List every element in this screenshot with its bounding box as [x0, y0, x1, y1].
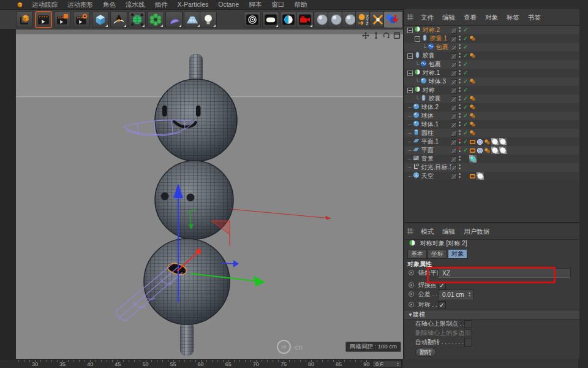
enabled-check-icon[interactable]: ✓: [463, 120, 468, 129]
maximize-view-icon[interactable]: [393, 32, 401, 39]
deformer-button[interactable]: [147, 11, 164, 28]
om-row-平面[interactable]: – 平面✓: [404, 146, 579, 155]
texture-tag-icon[interactable]: [491, 148, 499, 155]
clamp-points-checkbox[interactable]: [464, 320, 472, 328]
visibility-dots[interactable]: [459, 173, 461, 179]
enabled-check-icon[interactable]: ✓: [463, 129, 468, 137]
visibility-dots[interactable]: [459, 156, 461, 162]
compositing-tag-icon[interactable]: [469, 148, 477, 155]
layer-color-swatch[interactable]: [451, 53, 457, 59]
render-region-button[interactable]: [262, 11, 279, 28]
om-row-胶囊[interactable]: └ 胶囊✓: [404, 94, 579, 103]
enabled-check-icon[interactable]: ✓: [463, 60, 468, 69]
flip-button[interactable]: 翻转: [415, 348, 436, 357]
phong-tag-icon[interactable]: [469, 96, 477, 102]
coordinate-cube-button[interactable]: [16, 11, 33, 28]
key-radio-icon[interactable]: [409, 270, 414, 275]
enabled-check-icon[interactable]: ✓: [463, 94, 468, 103]
om-menu-书签[interactable]: 书签: [528, 9, 541, 25]
visibility-dots[interactable]: [459, 164, 461, 171]
enabled-check-icon[interactable]: ✓: [463, 26, 468, 34]
enabled-check-icon[interactable]: ✓: [463, 137, 468, 146]
expander-icon[interactable]: [407, 71, 413, 76]
enabled-check-icon[interactable]: ✓: [463, 34, 468, 43]
current-frame-field[interactable]: 0 F ▲▼: [372, 360, 402, 367]
subdivision-surface-button[interactable]: [129, 11, 146, 28]
phong-tag-icon[interactable]: [484, 148, 491, 155]
layer-color-swatch[interactable]: [451, 62, 457, 68]
enabled-check-icon[interactable]: ✓: [463, 43, 468, 52]
om-menu-编辑[interactable]: 编辑: [442, 9, 455, 25]
am-menu-用户数据[interactable]: 用户数据: [464, 223, 489, 239]
zoom-view-icon[interactable]: [372, 32, 380, 39]
visibility-dots[interactable]: [459, 113, 461, 119]
compositing-tag-icon[interactable]: [469, 139, 477, 146]
visibility-dots[interactable]: [459, 96, 461, 102]
om-row-圆柱[interactable]: – 圆柱✓: [404, 129, 579, 137]
floor-environment-button[interactable]: [184, 11, 201, 28]
expander-icon[interactable]: [407, 53, 413, 59]
phong-tag-icon[interactable]: [469, 130, 477, 137]
layer-color-swatch[interactable]: [451, 139, 457, 145]
interactive-render-button[interactable]: [280, 11, 297, 28]
visibility-dots[interactable]: [459, 44, 461, 50]
enabled-check-icon[interactable]: ✓: [463, 69, 468, 77]
om-row-对称[interactable]: 对称✓: [404, 86, 579, 94]
om-menu-标签[interactable]: 标签: [507, 9, 519, 25]
layer-color-swatch[interactable]: [451, 165, 457, 171]
phong-tag-icon[interactable]: [469, 113, 477, 120]
spline-pen-button[interactable]: [110, 11, 127, 28]
target-tag-icon[interactable]: [477, 139, 484, 146]
tab-基本[interactable]: 基本: [407, 249, 427, 259]
om-row-球体.3[interactable]: └ 球体.3✓: [404, 77, 579, 86]
layer-color-swatch[interactable]: [451, 28, 457, 34]
stepper-icon[interactable]: ▲▼: [396, 362, 400, 367]
menu-运动跟踪[interactable]: 运动跟踪: [32, 0, 58, 9]
tab-坐标[interactable]: 坐标: [428, 249, 447, 259]
visibility-dots[interactable]: [459, 121, 461, 128]
autokeying-button[interactable]: [54, 11, 71, 28]
drag-handle-icon[interactable]: [407, 228, 413, 234]
layer-color-swatch[interactable]: [451, 45, 457, 51]
om-row-背景[interactable]: – 背景: [404, 155, 579, 163]
layer-color-swatch[interactable]: [451, 36, 457, 42]
menu-窗口[interactable]: 窗口: [271, 0, 284, 9]
visibility-dots[interactable]: [459, 87, 461, 93]
visibility-dots[interactable]: [459, 27, 461, 33]
panel-scroll-strip[interactable]: [579, 9, 588, 359]
auto-flip-checkbox[interactable]: [464, 339, 472, 347]
om-row-包裹[interactable]: └ 包裹✓: [404, 60, 579, 69]
om-row-天空[interactable]: – 天空: [404, 172, 579, 180]
phong-tag-icon[interactable]: [469, 36, 477, 42]
menu-流水线[interactable]: 流水线: [126, 0, 145, 9]
visibility-dots[interactable]: [459, 61, 461, 67]
visibility-dots[interactable]: [459, 36, 461, 42]
symmetric-checkbox[interactable]: ✓: [438, 301, 446, 309]
enabled-check-icon[interactable]: ✓: [463, 86, 468, 94]
visibility-dots[interactable]: [459, 147, 461, 153]
viewport[interactable]: 网格间距 : 100 cm UI ·cn: [16, 29, 403, 359]
layer-color-swatch[interactable]: [451, 71, 457, 77]
enabled-check-icon[interactable]: ✓: [463, 146, 468, 155]
stepper-icon[interactable]: ▲▼: [467, 291, 472, 297]
visibility-dots[interactable]: [459, 139, 461, 145]
phong-tag-icon[interactable]: [469, 79, 477, 85]
om-row-包裹[interactable]: └ 包裹✓: [404, 43, 579, 52]
key-radio-icon[interactable]: [409, 291, 414, 297]
expander-icon[interactable]: [415, 36, 420, 42]
visibility-dots[interactable]: [459, 70, 461, 76]
visibility-dots[interactable]: [459, 130, 461, 136]
tab-对象[interactable]: 对象: [448, 249, 467, 259]
om-menu-查看[interactable]: 查看: [464, 9, 477, 25]
layer-color-swatch[interactable]: [451, 105, 457, 111]
move-view-icon[interactable]: [362, 32, 369, 39]
phong-tag-icon[interactable]: [484, 139, 491, 146]
expander-icon[interactable]: [407, 28, 413, 33]
am-menu-模式[interactable]: 模式: [421, 223, 434, 239]
enabled-check-icon[interactable]: ✓: [463, 103, 468, 112]
add-primitive-cube-button[interactable]: [92, 11, 109, 28]
render-view-button[interactable]: [244, 11, 261, 28]
om-row-对称.2[interactable]: 对称.2✓: [404, 26, 579, 34]
phong-tag-icon[interactable]: [469, 104, 477, 111]
menu-插件[interactable]: 插件: [155, 0, 168, 9]
